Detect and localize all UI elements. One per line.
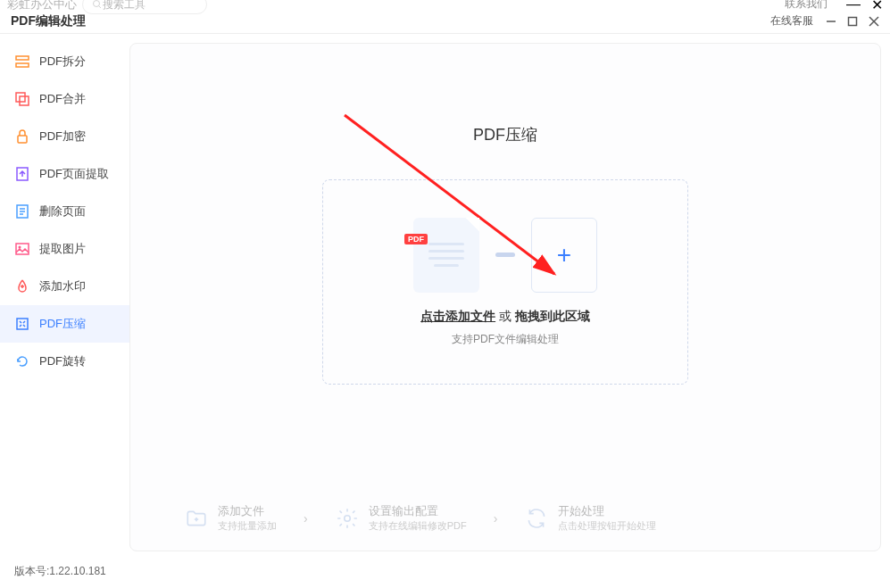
top-minimize-icon[interactable]: — xyxy=(846,0,861,13)
svg-rect-3 xyxy=(849,17,857,25)
dash-icon xyxy=(495,253,515,257)
refresh-icon xyxy=(524,506,549,531)
sidebar-item-split[interactable]: PDF拆分 xyxy=(0,43,129,80)
sidebar-label: 删除页面 xyxy=(39,203,86,219)
image-icon xyxy=(14,241,30,257)
maximize-icon[interactable] xyxy=(847,16,858,27)
rotate-icon xyxy=(14,353,30,369)
svg-rect-7 xyxy=(16,63,29,67)
svg-rect-20 xyxy=(17,319,28,329)
sidebar-item-merge[interactable]: PDF合并 xyxy=(0,80,129,118)
compress-icon xyxy=(14,316,30,332)
drop-zone-sub: 支持PDF文件编辑处理 xyxy=(452,332,559,347)
chevron-right-icon: › xyxy=(304,511,308,526)
watermark-icon xyxy=(14,278,30,294)
sidebar-label: PDF旋转 xyxy=(39,353,86,369)
sidebar-item-watermark[interactable]: 添加水印 xyxy=(0,268,129,305)
svg-line-1 xyxy=(99,6,102,9)
lock-icon xyxy=(14,128,30,145)
merge-icon xyxy=(14,91,30,107)
step-sub: 点击处理按钮开始处理 xyxy=(558,519,656,533)
search-icon xyxy=(92,0,103,10)
sidebar-label: PDF加密 xyxy=(39,128,86,145)
delete-page-icon xyxy=(14,203,30,219)
sidebar-label: 提取图片 xyxy=(39,241,86,257)
online-customer-service[interactable]: 在线客服 xyxy=(770,13,813,29)
split-icon xyxy=(14,54,30,70)
drop-zone-instruction: 点击添加文件 或 拖拽到此区域 xyxy=(420,309,590,325)
pdf-document-icon: PDF xyxy=(413,218,479,293)
sidebar-item-delete-page[interactable]: 删除页面 xyxy=(0,193,129,230)
drop-zone[interactable]: PDF + 点击添加文件 或 拖拽到此区域 支持PDF文件编辑处理 xyxy=(322,179,688,385)
sidebar-label: 添加水印 xyxy=(39,278,86,294)
folder-plus-icon xyxy=(184,506,209,531)
step-title: 设置输出配置 xyxy=(369,503,467,519)
step-add-file: 添加文件 支持批量添加 xyxy=(184,503,277,533)
sidebar-label: PDF合并 xyxy=(39,91,86,107)
step-title: 添加文件 xyxy=(218,503,277,519)
sidebar-label: PDF拆分 xyxy=(39,54,86,70)
search-box[interactable] xyxy=(82,0,207,14)
svg-rect-6 xyxy=(16,56,29,60)
step-config: 设置输出配置 支持在线编辑修改PDF xyxy=(335,503,467,533)
brand-name: 彩虹办公中心 xyxy=(7,0,77,12)
close-icon[interactable] xyxy=(869,16,879,27)
svg-rect-9 xyxy=(20,96,29,105)
pdf-badge: PDF xyxy=(404,234,428,244)
step-sub: 支持批量添加 xyxy=(218,519,277,533)
step-sub: 支持在线编辑修改PDF xyxy=(369,519,467,533)
step-process: 开始处理 点击处理按钮开始处理 xyxy=(524,503,656,533)
svg-point-0 xyxy=(94,1,100,7)
sidebar-item-compress[interactable]: PDF压缩 xyxy=(0,305,129,343)
svg-rect-10 xyxy=(18,136,27,143)
gear-icon xyxy=(335,506,360,531)
sidebar-item-encrypt[interactable]: PDF加密 xyxy=(0,118,129,155)
svg-rect-16 xyxy=(16,244,29,254)
step-title: 开始处理 xyxy=(558,503,656,519)
svg-rect-8 xyxy=(16,93,25,102)
sidebar-item-extract-page[interactable]: PDF页面提取 xyxy=(0,155,129,193)
search-input[interactable] xyxy=(103,0,192,11)
sidebar-label: PDF页面提取 xyxy=(39,166,109,182)
page-title: PDF压缩 xyxy=(473,124,537,145)
chevron-right-icon: › xyxy=(494,511,498,526)
sidebar-item-extract-image[interactable]: 提取图片 xyxy=(0,230,129,268)
sidebar-item-rotate[interactable]: PDF旋转 xyxy=(0,343,129,380)
svg-point-24 xyxy=(344,515,350,521)
contact-us[interactable]: 联系我们 xyxy=(785,0,828,12)
add-file-card[interactable]: + xyxy=(531,218,597,293)
top-close-icon[interactable]: ✕ xyxy=(871,0,883,13)
plus-icon: + xyxy=(557,241,571,269)
version-footer: 版本号:1.22.10.181 xyxy=(14,564,106,579)
sidebar-label: PDF压缩 xyxy=(39,316,86,332)
extract-page-icon xyxy=(14,166,30,182)
minimize-icon[interactable] xyxy=(826,16,836,27)
